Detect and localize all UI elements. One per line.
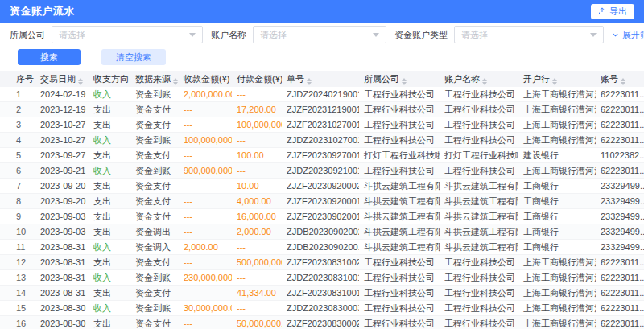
cell-date: 2023-09-20 (35, 194, 89, 209)
cell-source: 资金支付 (130, 179, 179, 194)
cell-direction: 支出 (89, 286, 130, 301)
column-header[interactable]: 账户名称 (440, 71, 518, 87)
cell-direction: 支出 (89, 117, 130, 133)
cell-out: 16,000.00 (232, 209, 282, 224)
cell-account: 工程行业科技公司 (440, 316, 518, 329)
table-row: 52023-09-27支出资金支付---100.00ZJZF2023092700… (0, 148, 644, 163)
column-header[interactable]: 收支方向 (89, 71, 130, 87)
cell-number: 62223011... (596, 316, 644, 329)
cell-order: ZJDZ20230830003 (282, 301, 359, 316)
cell-account: 工程行业科技公司 (440, 87, 518, 102)
expand-filters-label: 展开筛选 (622, 29, 644, 41)
cell-order: ZJDB20230902001 (282, 240, 359, 255)
account-name-select[interactable]: 请选择 (253, 26, 386, 43)
cell-number: 62223011... (596, 102, 644, 117)
table-row: 122023-08-31支出资金支付---500,000,000.00ZJZF2… (0, 255, 644, 270)
cell-bank: 上海工商银行漕河泾支行 (518, 117, 596, 133)
cell-number: 62223011... (596, 286, 644, 301)
table-row: 12024-02-19收入资金到账2,000,000.00---ZJDZ2024… (0, 87, 644, 102)
cell-source: 资金支付 (130, 102, 179, 117)
column-header[interactable]: 账号 (596, 71, 644, 87)
cell-order: ZJZF20231027001 (282, 117, 359, 133)
table-row: 62023-09-21收入资金到账900,000,000.00---ZJDZ20… (0, 163, 644, 179)
cell-date: 2023-08-31 (35, 286, 89, 301)
sort-icon[interactable] (173, 78, 178, 85)
cell-bank: 上海工商银行漕河泾支行 (518, 133, 596, 148)
cell-company: 斗拱云建筑工程有限公司 (359, 194, 440, 209)
cell-out: --- (232, 301, 282, 316)
cell-direction: 收入 (89, 301, 130, 316)
company-select[interactable]: 请选择 (52, 26, 203, 43)
cell-direction: 支出 (89, 148, 130, 163)
cell-account: 工程行业科技公司 (440, 270, 518, 286)
table-row: 32023-10-27支出资金支付---100,000,000.00ZJZF20… (0, 117, 644, 133)
column-label: 交易日期 (40, 74, 76, 84)
column-header[interactable]: 付款金额(¥) (232, 71, 282, 87)
sort-icon[interactable] (402, 78, 407, 85)
chevron-down-icon (612, 31, 619, 39)
cell-source: 资金支付 (130, 209, 179, 224)
sort-icon[interactable] (552, 78, 557, 85)
export-button[interactable]: 导出 (591, 4, 634, 19)
cell-account: 斗拱云建筑工程有限公司 (440, 194, 518, 209)
cell-out: 100,000,000.00 (232, 117, 282, 133)
cell-no: 2 (0, 102, 35, 117)
cell-company: 工程行业科技公司 (359, 316, 440, 329)
export-label: 导出 (609, 6, 627, 18)
account-name-select-placeholder: 请选择 (260, 29, 287, 41)
cell-direction: 收入 (89, 163, 130, 179)
cell-number: 62223011... (596, 163, 644, 179)
cell-in: --- (179, 286, 232, 301)
cell-no: 15 (0, 301, 35, 316)
cell-in: 30,000,000.00 (179, 301, 232, 316)
column-header[interactable]: 收款金额(¥) (179, 71, 232, 87)
cell-no: 5 (0, 148, 35, 163)
cell-number: 62223011... (596, 270, 644, 286)
table-row: 132023-08-31收入资金到账230,000,000.00---ZJDZ2… (0, 270, 644, 286)
cell-in: --- (179, 179, 232, 194)
cell-number: 62223011... (596, 117, 644, 133)
cell-company: 工程行业科技公司 (359, 270, 440, 286)
column-header[interactable]: 所属公司 (359, 71, 440, 87)
page-title: 资金账户流水 (10, 4, 75, 19)
cell-number: 23329499... (596, 194, 644, 209)
sort-icon[interactable] (621, 78, 625, 85)
cell-company: 斗拱云建筑工程有限公司 (359, 240, 440, 255)
cell-bank: 上海工商银行漕河泾支行 (518, 286, 596, 301)
cell-out: --- (232, 163, 282, 179)
sort-icon[interactable] (78, 78, 83, 85)
cell-order: ZJDZ20230921001 (282, 163, 359, 179)
cell-date: 2023-08-31 (35, 270, 89, 286)
clear-search-button[interactable]: 清空搜索 (101, 49, 166, 65)
cell-account: 斗拱云建筑工程有限公司 (440, 179, 518, 194)
cell-direction: 支出 (89, 255, 130, 270)
sort-icon[interactable] (482, 78, 487, 85)
column-header[interactable]: 数据来源 (130, 71, 179, 87)
cell-account: 工程行业科技公司 (440, 163, 518, 179)
cell-number: 62223011... (596, 301, 644, 316)
cell-date: 2023-09-03 (35, 224, 89, 240)
cell-account: 斗拱云建筑工程有限公司 (440, 240, 518, 255)
expand-filters-link[interactable]: 展开筛选 (612, 29, 644, 41)
column-header[interactable]: 交易日期 (35, 71, 89, 87)
cell-date: 2023-12-19 (35, 102, 89, 117)
cell-account: 工程行业科技公司 (440, 301, 518, 316)
cell-no: 13 (0, 270, 35, 286)
cell-out: 50,000,000.00 (232, 316, 282, 329)
account-type-select[interactable]: 请选择 (454, 26, 604, 43)
cell-company: 工程行业科技公司 (359, 133, 440, 148)
column-header[interactable]: 开户行 (518, 71, 596, 87)
column-header[interactable]: 单号 (282, 71, 359, 87)
search-button[interactable]: 搜索 (18, 49, 80, 65)
cell-order: ZJZF20230902001 (282, 209, 359, 224)
cell-no: 8 (0, 194, 35, 209)
column-label: 数据来源 (135, 74, 171, 84)
sort-icon[interactable] (307, 78, 312, 85)
column-label: 收支方向 (93, 74, 129, 84)
cell-no: 16 (0, 316, 35, 329)
cell-out: --- (232, 240, 282, 255)
cell-account: 斗拱云建筑工程有限公司 (440, 209, 518, 224)
cell-source: 资金调入 (130, 240, 179, 255)
cell-in: --- (179, 117, 232, 133)
cell-no: 7 (0, 179, 35, 194)
